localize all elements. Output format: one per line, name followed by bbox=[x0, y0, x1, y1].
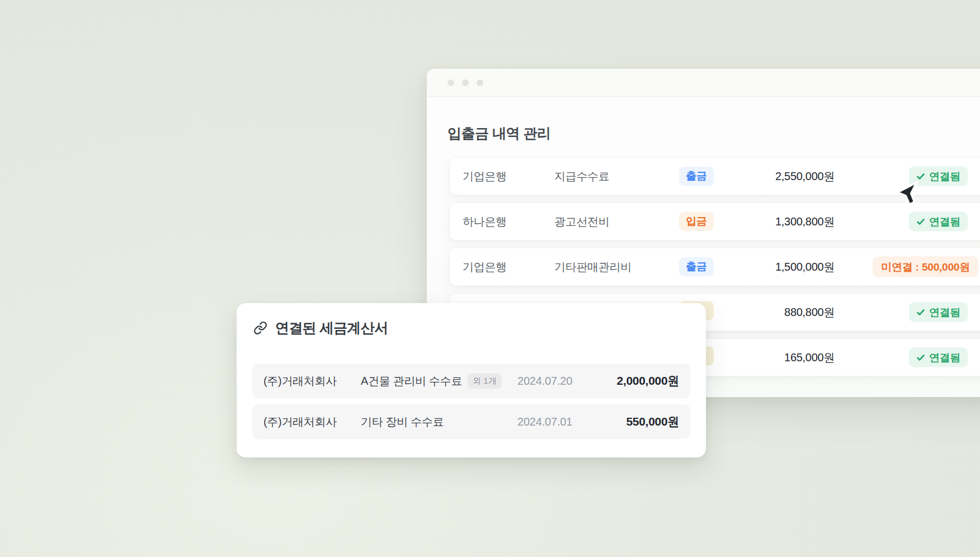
invoice-extra-count-badge: 외 1개 bbox=[468, 374, 502, 389]
linked-invoices-title: 연결된 세금계산서 bbox=[275, 319, 388, 337]
invoice-date: 2024.07.01 bbox=[517, 416, 585, 428]
status-badge-linked: 연결됨 bbox=[909, 212, 968, 232]
invoice-row[interactable]: (주)거래처회사 A건물 관리비 수수료 외 1개 2024.07.20 2,0… bbox=[252, 364, 690, 398]
status-badge-unlinked: 미연결 : 500,000원 bbox=[873, 257, 978, 277]
invoice-company: (주)거래처회사 bbox=[263, 414, 361, 429]
bank-name: 기업은행 bbox=[463, 259, 507, 275]
status-badge-linked: 연결됨 bbox=[909, 303, 968, 322]
check-icon bbox=[916, 353, 925, 362]
link-icon bbox=[253, 321, 267, 335]
linked-invoices-header: 연결된 세금계산서 bbox=[237, 303, 706, 337]
invoice-company: (주)거래처회사 bbox=[263, 374, 361, 389]
status-badge-linked: 연결됨 bbox=[909, 348, 968, 367]
page-background: 입출금 내역 관리 기업은행 지급수수료 출금 2,550,000원 연결됨 하… bbox=[0, 0, 980, 557]
invoice-amount: 2,000,000원 bbox=[585, 373, 679, 389]
transaction-amount: 880,800원 bbox=[695, 305, 835, 320]
check-icon bbox=[916, 172, 925, 181]
invoice-amount: 550,000원 bbox=[585, 414, 679, 429]
window-titlebar bbox=[427, 69, 980, 97]
transaction-amount: 165,000원 bbox=[695, 350, 835, 365]
status-badge-linked: 연결됨 bbox=[909, 167, 968, 186]
window-dot-icon[interactable] bbox=[447, 79, 454, 86]
status-label: 연결됨 bbox=[929, 350, 960, 365]
transaction-amount: 2,550,000원 bbox=[695, 169, 835, 184]
invoice-list: (주)거래처회사 A건물 관리비 수수료 외 1개 2024.07.20 2,0… bbox=[252, 364, 690, 439]
check-icon bbox=[916, 217, 925, 226]
status-label: 연결됨 bbox=[929, 169, 960, 183]
invoice-item: A건물 관리비 수수료 bbox=[361, 374, 462, 389]
transaction-row[interactable]: 하나은행 광고선전비 입금 1,300,800원 연결됨 bbox=[449, 202, 980, 240]
window-dot-icon[interactable] bbox=[462, 79, 469, 86]
bank-name: 기업은행 bbox=[463, 169, 507, 184]
category-name: 기타판매관리비 bbox=[554, 259, 632, 275]
page-title: 입출금 내역 관리 bbox=[447, 125, 550, 141]
transaction-amount: 1,500,000원 bbox=[695, 259, 835, 275]
window-dot-icon[interactable] bbox=[477, 79, 483, 86]
transaction-row[interactable]: 기업은행 지급수수료 출금 2,550,000원 연결됨 bbox=[449, 157, 980, 195]
status-label: 연결됨 bbox=[929, 305, 960, 319]
check-icon bbox=[916, 308, 925, 317]
status-label: 연결됨 bbox=[929, 214, 960, 229]
transaction-amount: 1,300,800원 bbox=[695, 214, 835, 229]
invoice-row[interactable]: (주)거래처회사 기타 장비 수수료 2024.07.01 550,000원 bbox=[252, 404, 690, 439]
category-name: 지급수수료 bbox=[554, 169, 610, 184]
invoice-item: 기타 장비 수수료 bbox=[361, 414, 444, 429]
linked-invoices-card: 연결된 세금계산서 (주)거래처회사 A건물 관리비 수수료 외 1개 2024… bbox=[237, 303, 706, 457]
transaction-row[interactable]: 기업은행 기타판매관리비 출금 1,500,000원 미연결 : 500,000… bbox=[449, 248, 980, 286]
invoice-date: 2024.07.20 bbox=[517, 375, 585, 388]
bank-name: 하나은행 bbox=[463, 214, 507, 229]
category-name: 광고선전비 bbox=[554, 214, 610, 229]
